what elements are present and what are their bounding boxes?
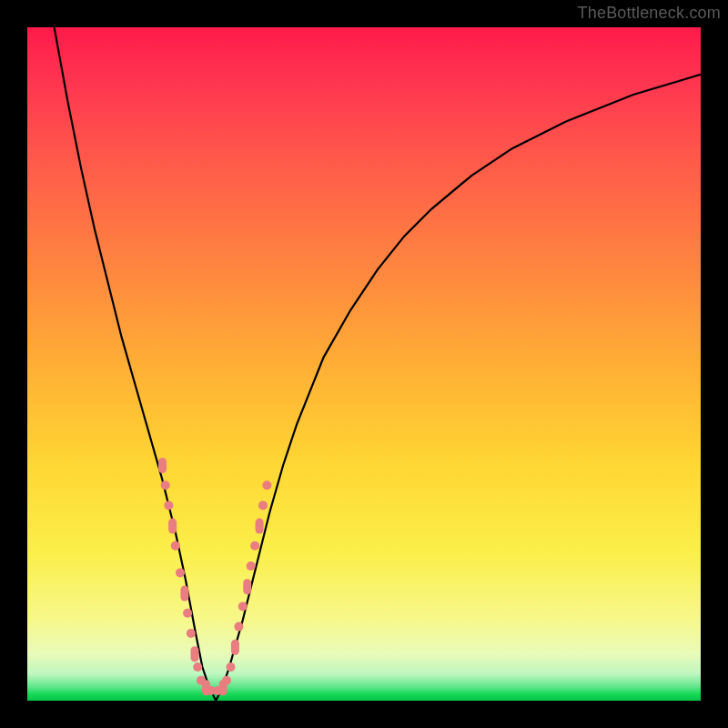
svg-rect-15 bbox=[219, 680, 228, 695]
svg-point-16 bbox=[222, 676, 231, 685]
svg-point-25 bbox=[258, 500, 268, 510]
chart-frame: TheBottleneck.com bbox=[0, 0, 728, 728]
svg-point-8 bbox=[187, 629, 196, 638]
svg-rect-24 bbox=[256, 519, 264, 534]
svg-point-5 bbox=[176, 568, 185, 577]
bottleneck-curve bbox=[27, 27, 701, 701]
svg-point-19 bbox=[234, 622, 243, 632]
svg-point-22 bbox=[247, 561, 256, 571]
svg-point-20 bbox=[238, 602, 248, 611]
curve-markers bbox=[27, 27, 701, 701]
svg-point-23 bbox=[250, 541, 259, 551]
svg-point-7 bbox=[183, 609, 192, 618]
svg-rect-18 bbox=[231, 640, 239, 655]
svg-point-17 bbox=[227, 662, 236, 672]
svg-point-10 bbox=[193, 662, 202, 672]
svg-rect-6 bbox=[180, 586, 188, 602]
svg-point-11 bbox=[197, 676, 206, 685]
svg-point-14 bbox=[213, 686, 222, 695]
svg-rect-9 bbox=[191, 646, 199, 662]
watermark-text: TheBottleneck.com bbox=[578, 4, 721, 23]
svg-rect-3 bbox=[168, 519, 177, 534]
svg-point-4 bbox=[171, 541, 180, 551]
svg-point-2 bbox=[164, 500, 173, 510]
svg-rect-0 bbox=[158, 458, 167, 473]
plot-area bbox=[27, 27, 701, 701]
svg-point-1 bbox=[161, 480, 170, 490]
svg-point-13 bbox=[207, 686, 216, 695]
svg-point-26 bbox=[262, 480, 271, 490]
svg-rect-21 bbox=[243, 579, 251, 594]
svg-rect-12 bbox=[202, 680, 210, 695]
